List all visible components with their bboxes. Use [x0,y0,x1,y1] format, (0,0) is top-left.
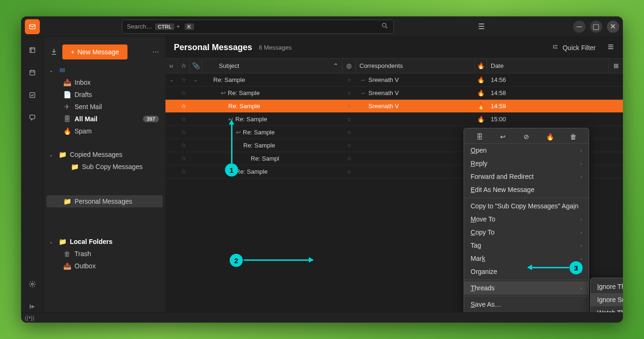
folder-inbox[interactable]: 📥Inbox [44,76,165,88]
spam-indicator[interactable]: ○ [343,87,356,99]
statusbar: ((•)) [21,312,623,323]
sent-label: Sent Mail [75,103,102,111]
junk-indicator[interactable]: 🔥 [475,113,487,125]
app-icon[interactable] [25,19,40,34]
star-icon[interactable]: ☆ [178,165,190,178]
ctx-copy-again[interactable]: Copy to "Sub Copy Messages" Again [464,199,589,213]
sub-ignore-thread[interactable]: Ignore Thread [591,280,623,293]
folder-all-mail[interactable]: 🗄All Mail397 [44,113,165,125]
spam-indicator[interactable]: ○ [343,152,356,165]
ctx-forward[interactable]: Forward and Redirect› [464,170,589,183]
ctx-save-as[interactable]: Save As… [464,298,589,311]
drafts-icon: 📄 [63,91,71,98]
ctx-reply[interactable]: Reply› [464,157,589,170]
folder-sent[interactable]: ✈Sent Mail [44,101,165,113]
ctx-print[interactable]: Print… [464,311,589,312]
sync-icon[interactable]: ((•)) [25,315,34,321]
message-row[interactable]: ☆ ↩Re: Sample ○ →Sreenath V 🔥 14:58 [165,87,623,100]
account-item[interactable]: ⌄✉ [44,64,165,76]
col-spam[interactable]: ◎ [343,59,356,73]
folder-copied[interactable]: ⌄📁Copied Messages [44,148,165,161]
all-mail-label: All Mail [75,115,97,123]
message-subject: Re: Sample [228,103,260,110]
correspondents-label: Correspondents [359,62,403,69]
main-area: + New Message ⋯ ⌄✉ 📥Inbox 📄Drafts ✈Sent … [21,37,623,312]
star-icon[interactable]: ☆ [178,74,190,86]
folder-spam[interactable]: 🔥Spam [44,125,165,137]
maximize-button[interactable]: ▢ [590,21,602,33]
col-subject[interactable]: Subject⌃ [202,59,343,73]
spam-indicator[interactable]: ○ [343,100,356,112]
sub-watch-thread[interactable]: Watch Thread [591,306,623,312]
col-correspondents[interactable]: Correspondents [356,59,475,73]
minimize-button[interactable]: ─ [573,21,585,33]
col-junk[interactable]: 🔥 [475,59,487,73]
message-row[interactable]: ⌄ ☆ ⌄ Re: Sample ○ →Sreenath V 🔥 14:56 [165,74,623,87]
collapse-rail-icon[interactable] [27,301,38,312]
star-icon[interactable]: ☆ [178,139,190,152]
ctx-copy-to[interactable]: Copy To› [464,226,589,239]
thread-chevron-icon[interactable]: ⌄ [170,77,173,82]
reply-icon[interactable]: ↩ [497,133,509,140]
delete-icon[interactable]: 🗑 [568,133,579,140]
ctx-open[interactable]: Open› [464,144,589,157]
junk-icon[interactable]: ⊘ [521,133,532,140]
ctx-edit-new[interactable]: Edit As New Message [464,183,589,196]
ctx-threads[interactable]: Threads› [464,281,589,295]
star-icon[interactable]: ☆ [178,100,190,112]
fire-icon[interactable]: 🔥 [544,133,555,140]
new-message-button[interactable]: + New Message [62,44,127,59]
chat-rail-icon[interactable] [27,112,38,123]
folder-title: Personal Messages [174,43,252,52]
close-button[interactable]: ✕ [607,21,619,33]
menu-icon[interactable]: ☰ [475,21,487,33]
folder-trash[interactable]: 🗑Trash [44,248,165,260]
search-bar[interactable]: Search… CTRL + K [122,20,394,34]
local-folders[interactable]: ⌄📁Local Folders [44,236,165,248]
chevron-down-icon: ⌄ [49,239,55,244]
junk-indicator[interactable]: 🔥 [475,100,487,112]
star-icon[interactable]: ☆ [178,87,190,99]
ctx-tag[interactable]: Tag› [464,239,589,252]
col-attach[interactable]: 📎 [190,59,202,73]
display-options-icon[interactable] [607,43,614,52]
star-icon[interactable]: ☆ [178,126,190,139]
spam-indicator[interactable]: ○ [343,113,356,125]
tasks-rail-icon[interactable] [27,89,38,101]
folder-drafts[interactable]: 📄Drafts [44,88,165,101]
quick-filter[interactable]: Quick Filter [551,43,614,52]
col-date[interactable]: Date [487,59,609,73]
archive-icon[interactable]: 🗄 [474,133,485,140]
search-icon [381,22,389,31]
chevron-down-icon[interactable]: ⌄ [194,77,197,82]
mail-rail-icon[interactable] [27,44,38,56]
spam-indicator[interactable]: ○ [343,74,356,86]
spam-indicator[interactable]: ○ [343,165,356,178]
spam-indicator[interactable]: ○ [343,126,356,139]
folder-subcopy[interactable]: 📁Sub Copy Messages [44,161,165,173]
folder-personal[interactable]: 📁Personal Messages [46,195,163,207]
more-icon[interactable]: ⋯ [152,48,159,56]
junk-indicator[interactable]: 🔥 [475,87,487,99]
star-icon[interactable]: ☆ [178,152,190,165]
junk-indicator[interactable]: 🔥 [475,74,487,86]
archive-icon: 🗄 [63,115,71,123]
ctx-move-to[interactable]: Move To› [464,213,589,226]
sub-ignore-subthread[interactable]: Ignore Subthread [591,293,623,306]
message-subject: Re: Sample [235,116,267,123]
spam-indicator[interactable]: ○ [343,139,356,152]
message-row[interactable]: ☆ Re: Sample ○ →Sreenath V 🔥 14:59 [165,100,623,113]
reply-icon: ↩ [221,89,226,96]
star-icon[interactable]: ☆ [178,113,190,125]
trash-label: Trash [75,250,91,258]
outbox-label: Outbox [75,262,96,270]
folder-outbox[interactable]: 📤Outbox [44,260,165,272]
col-star[interactable]: ☆ [178,59,190,73]
new-message-label: New Message [77,48,119,56]
settings-rail-icon[interactable] [27,279,38,290]
get-messages-icon[interactable] [50,48,58,57]
annotation-3: 3 [569,261,583,274]
col-thread[interactable] [165,59,178,73]
calendar-rail-icon[interactable] [27,67,38,78]
col-picker[interactable]: ⊞ [609,59,623,73]
